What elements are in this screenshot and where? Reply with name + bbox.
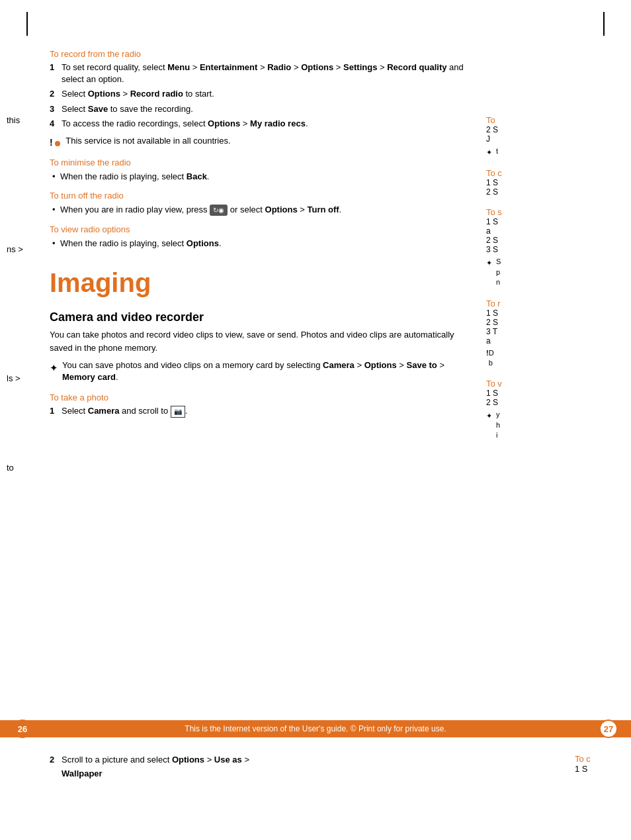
right-sun-icon-3: ✦ (486, 411, 492, 421)
right-clip-to-1: To (486, 115, 544, 125)
step-3-text: Select Save to save the recording. (62, 104, 193, 114)
left-clip-ls: ls > (7, 373, 36, 383)
turnoff-text: When you are in radio play view, press ↻… (60, 205, 341, 214)
bottom-step-2-text: Scroll to a picture and select Options >… (62, 755, 249, 765)
right-to-c: To c (486, 168, 544, 178)
footer-text: This is the Internet version of the User… (185, 724, 446, 733)
page-container: this ns > ls > to To record from the rad… (0, 0, 631, 840)
top-rules (0, 0, 631, 36)
minimise-heading: To minimise the radio (50, 158, 473, 167)
right-clip-to-c: To c 1 S 2 S (486, 168, 544, 197)
right-tip-y: ✦ yhi (486, 410, 544, 440)
minimise-list: When the radio is playing, select Back. (50, 170, 473, 183)
viewoptions-list: When the radio is playing, select Option… (50, 237, 473, 250)
step-num-4: 4 (50, 118, 54, 130)
right-rule (603, 12, 605, 36)
right-warning-text: Db (489, 348, 494, 369)
right-warning-d: ! Db (486, 348, 544, 369)
camera-body: You can take photos and record video cli… (50, 328, 473, 354)
bottom-numbered-list: 2 Scroll to a picture and select Options… (50, 754, 555, 766)
record-list: 1 To set record quality, select Menu > E… (50, 62, 473, 130)
right-2s-s: 2 S (486, 236, 544, 245)
step-2-text: Select Options > Record radio to start. (62, 89, 214, 99)
left-rule (26, 12, 28, 36)
minimise-item: When the radio is playing, select Back. (50, 170, 473, 183)
right-a-r: a (486, 336, 544, 346)
left-clip: this ns > ls > to (0, 36, 36, 486)
takephoto-heading: To take a photo (50, 393, 473, 402)
right-to-s: To s (486, 207, 544, 217)
page-number-left: 26 (13, 720, 32, 738)
right-clip-to-r: To r 1 S 2 S 3 T a ! Db (486, 299, 544, 369)
right-to-r: To r (486, 299, 544, 308)
takephoto-list: 1 Select Camera and scroll to 📷. (50, 405, 473, 418)
record-step-3: 3 Select Save to save the recording. (50, 103, 473, 115)
right-1s-r: 1 S (486, 308, 544, 318)
takephoto-step-1-text: Select Camera and scroll to 📷. (62, 406, 187, 416)
step-num-2: 2 (50, 88, 54, 100)
camera-tip-text: You can save photos and video clips on a… (62, 359, 473, 383)
right-1s-c: 1 S (486, 178, 544, 187)
record-warning: ! This service is not available in all c… (50, 135, 473, 150)
record-step-2: 2 Select Options > Record radio to start… (50, 88, 473, 100)
camera-scroll-icon: 📷 (171, 406, 185, 418)
end-key-icon: ↻◉ (210, 205, 228, 216)
bottom-right-heading: To c (575, 754, 626, 764)
right-3s-s: 3 S (486, 245, 544, 254)
bottom-right-content: To c 1 S (568, 741, 631, 840)
page-number-right: 27 (599, 720, 618, 738)
viewoptions-item: When the radio is playing, select Option… (50, 237, 473, 250)
step-num-1: 1 (50, 62, 54, 73)
right-tip-s: ✦ Spn (486, 257, 544, 287)
bottom-bar: 26 This is the Internet version of the U… (0, 720, 631, 737)
right-2s-r: 2 S (486, 318, 544, 327)
turnoff-item: When you are in radio play view, press ↻… (50, 203, 473, 216)
right-clip-to-section-1: To 2 S J ✦ t (486, 115, 544, 158)
right-clip-j: J (486, 134, 544, 144)
left-clip-ns: ns > (7, 244, 36, 254)
right-a: a (486, 226, 544, 236)
step-1-text: To set record quality, select Menu > Ent… (62, 62, 464, 84)
step-4-text: To access the radio recordings, select O… (62, 118, 308, 128)
takephoto-step-1: 1 Select Camera and scroll to 📷. (50, 405, 473, 418)
right-clip-tip-t: ✦ t (486, 146, 544, 158)
bottom-wallpaper: Wallpaper (50, 769, 555, 778)
right-2s-c: 2 S (486, 187, 544, 197)
bottom-step-2: 2 Scroll to a picture and select Options… (50, 754, 555, 766)
step-num-3: 3 (50, 103, 54, 115)
camera-heading: Camera and video recorder (50, 310, 473, 324)
right-clip-2s: 2 S (486, 125, 544, 134)
right-3t-r: 3 T (486, 327, 544, 336)
right-clip: To 2 S J ✦ t To c 1 S 2 S To s 1 S a 2 S… (486, 36, 549, 486)
bottom-section: 2 Scroll to a picture and select Options… (0, 741, 631, 840)
camera-tip: ✦ You can save photos and video clips on… (50, 359, 473, 383)
right-2s-v: 2 S (486, 398, 544, 407)
left-clip-to: to (7, 463, 36, 473)
left-clip-this: this (7, 115, 36, 125)
bottom-right-step1: 1 S (575, 764, 626, 774)
right-1s-a: 1 S (486, 217, 544, 226)
right-clip-to-v: To v 1 S 2 S ✦ yhi (486, 379, 544, 440)
right-tip-s-text: Spn (496, 257, 501, 287)
viewoptions-heading: To view radio options (50, 224, 473, 234)
right-clip-to-s: To s 1 S a 2 S 3 S ✦ Spn (486, 207, 544, 287)
record-warning-text: This service is not available in all cou… (65, 135, 230, 147)
bottom-step-num-2: 2 (50, 754, 54, 766)
main-content: this ns > ls > to To record from the rad… (0, 36, 631, 486)
bottom-left-content: 2 Scroll to a picture and select Options… (0, 741, 568, 840)
right-tip-t-text: t (496, 146, 498, 156)
imaging-heading: Imaging (50, 268, 473, 297)
sun-tip-icon: ✦ (50, 361, 58, 375)
turnoff-heading: To turn off the radio (50, 191, 473, 201)
minimise-text: When the radio is playing, select Back. (60, 171, 209, 181)
warning-icon: ! (50, 136, 62, 150)
turnoff-list: When you are in radio play view, press ↻… (50, 203, 473, 216)
record-step-4: 4 To access the radio recordings, select… (50, 118, 473, 130)
center-content: To record from the radio 1 To set record… (36, 36, 486, 486)
right-1s-v: 1 S (486, 389, 544, 398)
takephoto-step-num-1: 1 (50, 405, 54, 417)
right-to-v: To v (486, 379, 544, 389)
right-tip-y-text: yhi (496, 410, 500, 440)
record-heading: To record from the radio (50, 49, 473, 59)
record-step-1: 1 To set record quality, select Menu > E… (50, 62, 473, 85)
